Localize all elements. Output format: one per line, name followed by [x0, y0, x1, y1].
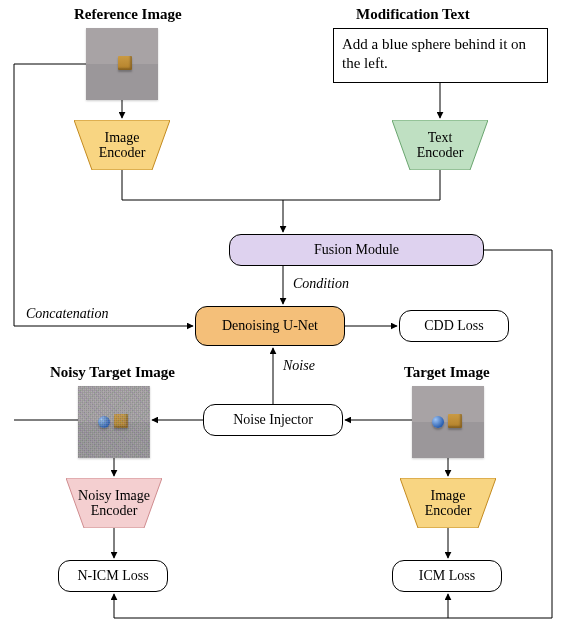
- heading-noisy-target-image: Noisy Target Image: [50, 364, 175, 381]
- edge-label-noise: Noise: [283, 358, 315, 374]
- target-image: [412, 386, 484, 458]
- cdd-loss: CDD Loss: [399, 310, 509, 342]
- modification-text-content: Add a blue sphere behind it on the left.: [342, 36, 526, 71]
- icm-loss-label: ICM Loss: [419, 568, 475, 583]
- text-encoder: Text Encoder: [392, 120, 488, 170]
- image-encoder: Image Encoder: [74, 120, 170, 170]
- fusion-module-label: Fusion Module: [314, 242, 399, 257]
- nicm-loss-label: N-ICM Loss: [77, 568, 148, 583]
- heading-modification-text: Modification Text: [356, 6, 470, 23]
- heading-target-image: Target Image: [404, 364, 490, 381]
- noisy-target-image: [78, 386, 150, 458]
- denoising-unet-label: Denoising U-Net: [222, 318, 318, 333]
- nicm-loss: N-ICM Loss: [58, 560, 168, 592]
- noisy-image-encoder: Noisy Image Encoder: [66, 478, 162, 528]
- image-encoder-label: Image Encoder: [99, 130, 146, 161]
- text-encoder-label: Text Encoder: [417, 130, 464, 161]
- icm-loss: ICM Loss: [392, 560, 502, 592]
- fusion-module: Fusion Module: [229, 234, 484, 266]
- cdd-loss-label: CDD Loss: [424, 318, 484, 333]
- edge-label-concatenation: Concatenation: [26, 306, 108, 322]
- reference-image: [86, 28, 158, 100]
- heading-reference-image: Reference Image: [74, 6, 182, 23]
- denoising-unet: Denoising U-Net: [195, 306, 345, 346]
- noisy-image-encoder-label: Noisy Image Encoder: [78, 488, 150, 519]
- target-image-encoder: Image Encoder: [400, 478, 496, 528]
- target-image-encoder-label: Image Encoder: [425, 488, 472, 519]
- noise-injector: Noise Injector: [203, 404, 343, 436]
- edge-label-condition: Condition: [293, 276, 349, 292]
- modification-text-box: Add a blue sphere behind it on the left.: [333, 28, 548, 83]
- noise-injector-label: Noise Injector: [233, 412, 313, 427]
